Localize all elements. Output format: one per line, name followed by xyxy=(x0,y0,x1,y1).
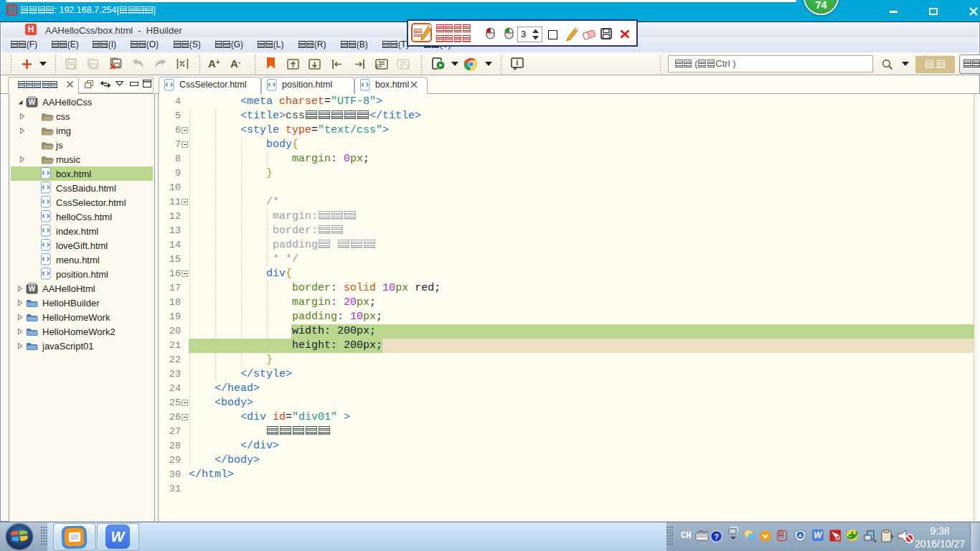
svg-text:W: W xyxy=(29,98,36,106)
svg-text:i: i xyxy=(517,59,519,67)
svg-text:A: A xyxy=(798,532,803,539)
svg-text:?: ? xyxy=(714,532,719,541)
svg-text:W: W xyxy=(29,285,36,293)
